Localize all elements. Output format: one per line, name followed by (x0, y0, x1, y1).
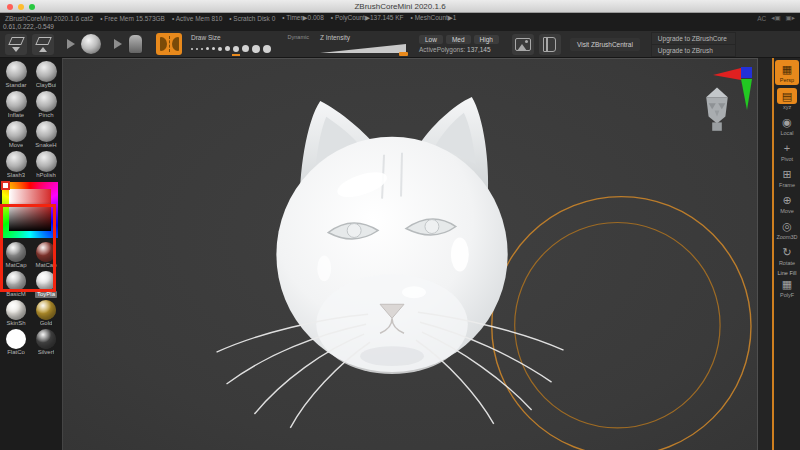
shelf-button[interactable]: ↻ Rotate (775, 244, 799, 267)
move-icon: ⊕ (777, 192, 797, 208)
tray-gap (758, 58, 772, 450)
save-file-button[interactable] (32, 34, 54, 55)
brush-button[interactable]: hPolish (32, 149, 60, 179)
material-button[interactable]: BasicM (2, 269, 30, 298)
material-button[interactable]: MatCap (2, 240, 30, 269)
visit-zbrushcentral-button[interactable]: Visit ZBrushCentral (570, 38, 640, 51)
status-item: • Free Mem 15.573GB (100, 15, 165, 22)
brush-palette: Standar ClayBui Inflate Pinch (0, 59, 62, 179)
arrow-up-icon (39, 47, 47, 52)
right-shelf: ▦ Persp ▤ xyz ◉ Local + Pivot (772, 58, 800, 450)
brush-thumbnail (36, 121, 57, 142)
frame-icon: ⊞ (777, 166, 797, 182)
material-button[interactable]: FlatCo (2, 327, 30, 356)
status-icon[interactable]: ▣▸ (786, 14, 795, 22)
left-tray: Standar ClayBui Inflate Pinch (0, 58, 62, 450)
dynamic-label[interactable]: Dynamic (288, 34, 309, 41)
brush-thumbnail (36, 151, 57, 172)
status-item: • PolyCount▶137.145 KF (331, 14, 404, 22)
floor-icon: ▤ (777, 88, 797, 104)
draw-size-control: Draw Size Dynamic (191, 34, 309, 54)
material-button[interactable]: ToyPla (32, 269, 60, 298)
resolution-button[interactable]: Low (419, 35, 443, 44)
local-icon: ◉ (777, 114, 797, 130)
resolution-button[interactable]: High (474, 35, 499, 44)
material-thumbnail (36, 242, 56, 262)
alpha-arrow-icon (114, 39, 122, 49)
color-picker[interactable] (2, 182, 58, 238)
cat-head-model[interactable] (63, 59, 757, 450)
material-thumbnail (6, 329, 26, 349)
resolution-button[interactable]: Med (446, 35, 471, 44)
status-item: • Scratch Disk 0 (229, 15, 275, 22)
active-tool-preview[interactable] (81, 34, 101, 54)
open-file-button[interactable] (5, 34, 27, 55)
brush-button[interactable]: Inflate (2, 89, 30, 119)
status-item: ZBrushCoreMini 2020.1.6 cat2 (5, 15, 93, 22)
minimize-window-icon[interactable] (18, 4, 24, 10)
brush-thumbnail (36, 91, 57, 112)
shelf-button[interactable]: ▤ xyz (775, 88, 799, 111)
brush-button[interactable]: ClayBui (32, 59, 60, 89)
status-icon[interactable]: ◂▣ (771, 14, 780, 22)
brush-button[interactable]: Pinch (32, 89, 60, 119)
ac-label: AC (757, 15, 766, 22)
upgrade-button[interactable]: Upgrade to ZBrushCore (652, 33, 735, 44)
tool-arrow-icon (67, 39, 75, 49)
export-image-button[interactable] (512, 34, 534, 55)
saturation-value-square[interactable] (9, 189, 51, 231)
material-thumbnail (36, 271, 56, 291)
sculpt-canvas[interactable] (62, 58, 758, 450)
axis-gizmo[interactable] (711, 64, 755, 112)
stroke-alpha-preview[interactable] (128, 34, 143, 54)
brush-thumbnail (6, 151, 27, 172)
documentation-button[interactable] (539, 34, 561, 55)
material-thumbnail (6, 271, 26, 291)
status-item: • MeshCount▶1 (411, 14, 457, 22)
brush-thumbnail (6, 91, 27, 112)
open-file-icon (8, 37, 25, 45)
shelf-button[interactable]: ◉ Local (775, 114, 799, 137)
arrow-down-icon (12, 47, 20, 52)
material-thumbnail (6, 242, 26, 262)
zoom3d-icon: ◎ (777, 218, 797, 234)
shelf-button[interactable]: ⊕ Move (775, 192, 799, 215)
symmetry-toggle-button[interactable] (156, 33, 182, 55)
brush-button[interactable]: Standar (2, 59, 30, 89)
brush-button[interactable]: Move (2, 119, 30, 149)
shelf-button[interactable]: ⊞ Frame (775, 166, 799, 189)
status-item: • Active Mem 810 (172, 15, 222, 22)
brush-thumbnail (36, 61, 57, 82)
material-thumbnail (6, 300, 26, 320)
material-button[interactable]: Silverf (32, 327, 60, 356)
shelf-button[interactable]: ◎ Zoom3D (775, 218, 799, 241)
brush-button[interactable]: Slash3 (2, 149, 30, 179)
active-polygons-value: 137,145 (467, 46, 491, 53)
close-window-icon[interactable] (7, 4, 13, 10)
status-bar: ZBrushCoreMini 2020.1.6 cat2• Free Mem 1… (0, 13, 800, 31)
zoom-window-icon[interactable] (29, 4, 35, 10)
slider-thumb[interactable] (399, 52, 408, 56)
material-button[interactable]: MatCap (32, 240, 60, 269)
material-button[interactable]: SkinSh (2, 298, 30, 327)
save-file-icon (35, 37, 52, 45)
brush-thumbnail (6, 121, 27, 142)
upgrade-menu: Upgrade to ZBrushCoreUpgrade to ZBrush (651, 32, 736, 57)
draw-size-label: Draw Size (191, 34, 221, 41)
brush-button[interactable]: SnakeH (32, 119, 60, 149)
draw-size-slider[interactable] (191, 43, 309, 54)
z-intensity-slider[interactable] (320, 44, 406, 54)
brush-thumbnail (6, 61, 27, 82)
current-color-swatch[interactable] (1, 181, 10, 190)
shelf-button[interactable]: + Pivot (775, 140, 799, 163)
material-button[interactable]: Gold (32, 298, 60, 327)
shelf-button[interactable]: ▦ Persp (775, 60, 799, 85)
symmetry-icon (160, 37, 167, 51)
upgrade-button[interactable]: Upgrade to ZBrush (652, 44, 735, 56)
z-intensity-control: Z Intensity (320, 34, 406, 54)
rotate-icon: ↻ (777, 244, 797, 260)
active-polygons-label: ActivePolygons: (419, 46, 465, 53)
line-fill-icon: ▦ (777, 276, 797, 292)
shelf-button[interactable]: Line Fill ▦ PolyF (775, 270, 799, 299)
book-icon (543, 37, 556, 52)
